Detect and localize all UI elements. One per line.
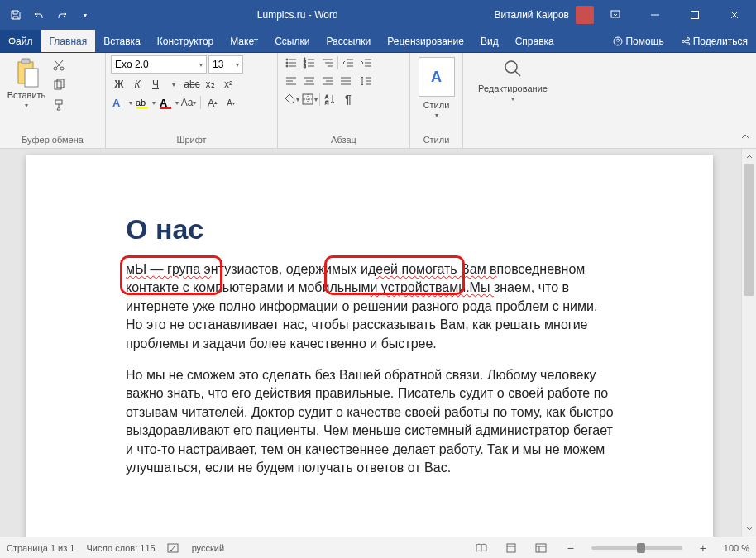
bullets-button[interactable] xyxy=(283,55,299,70)
numbering-button[interactable]: 123 xyxy=(301,55,318,70)
scroll-down-icon[interactable] xyxy=(742,522,756,537)
tab-references[interactable]: Ссылки xyxy=(266,30,318,52)
svg-point-3 xyxy=(682,40,684,42)
bold-button[interactable]: Ж xyxy=(111,77,127,92)
minimize-button[interactable] xyxy=(637,0,673,30)
tab-insert[interactable]: Вставка xyxy=(95,30,149,52)
page-indicator[interactable]: Страница 1 из 1 xyxy=(7,543,74,553)
subscript-button[interactable]: x₂ xyxy=(202,77,218,92)
collapse-ribbon-icon[interactable] xyxy=(738,130,753,145)
tab-view[interactable]: Вид xyxy=(472,30,507,52)
shrink-font-button[interactable]: A▾ xyxy=(222,95,239,110)
tell-me-button[interactable]: Помощь xyxy=(605,30,672,52)
svg-rect-25 xyxy=(507,544,515,552)
document-page[interactable]: О нас мЫ — група энтузиастов, одержимых … xyxy=(26,155,713,537)
maximize-button[interactable] xyxy=(677,0,713,30)
document-heading[interactable]: О нас xyxy=(126,213,614,246)
tab-help[interactable]: Справка xyxy=(507,30,562,52)
align-left-button[interactable] xyxy=(283,74,299,88)
zoom-in-button[interactable]: + xyxy=(694,541,712,556)
word-count[interactable]: Число слов: 115 xyxy=(86,543,155,553)
show-marks-button[interactable]: ¶ xyxy=(340,92,356,107)
shading-button[interactable]: ▾ xyxy=(283,92,299,107)
ribbon: Вставить ▾ Буфер обмена Exo 2.0▾ 13▾ Ж К… xyxy=(0,53,756,149)
align-right-button[interactable] xyxy=(319,74,336,88)
text-effects-button[interactable]: A▾ xyxy=(111,95,132,110)
svg-point-14 xyxy=(286,59,288,60)
paste-button[interactable]: Вставить ▾ xyxy=(5,55,48,109)
tab-review[interactable]: Рецензирование xyxy=(379,30,472,52)
tab-layout[interactable]: Макет xyxy=(222,30,266,52)
zoom-level[interactable]: 100 % xyxy=(724,543,749,553)
svg-rect-7 xyxy=(22,59,30,64)
user-name[interactable]: Виталий Каиров xyxy=(494,9,569,21)
sort-button[interactable]: AЯ xyxy=(322,92,338,107)
svg-rect-1 xyxy=(691,12,699,19)
group-label-clipboard: Буфер обмена xyxy=(5,133,100,148)
superscript-button[interactable]: x² xyxy=(220,77,237,92)
zoom-slider[interactable] xyxy=(591,546,682,550)
font-name-combo[interactable]: Exo 2.0▾ xyxy=(111,55,207,74)
multilevel-list-button[interactable] xyxy=(319,55,336,70)
svg-point-15 xyxy=(286,62,288,64)
print-layout-icon[interactable] xyxy=(502,541,520,556)
group-label-editing xyxy=(468,133,557,148)
group-label-paragraph: Абзац xyxy=(283,133,404,148)
vertical-scrollbar[interactable] xyxy=(741,149,756,537)
qat-dropdown-icon[interactable]: ▾ xyxy=(76,6,94,24)
svg-rect-0 xyxy=(611,11,620,17)
group-editing: Редактирование ▾ xyxy=(463,53,562,148)
tab-mailings[interactable]: Рассылки xyxy=(318,30,379,52)
svg-point-10 xyxy=(60,67,64,70)
font-color-button[interactable]: A▾ xyxy=(157,95,179,110)
increase-indent-button[interactable] xyxy=(358,55,375,70)
document-paragraph-1[interactable]: мЫ — група энтузиастов, одержимых идеей … xyxy=(126,260,614,353)
group-clipboard: Вставить ▾ Буфер обмена xyxy=(0,53,106,148)
strikethrough-button[interactable]: abc xyxy=(184,77,200,92)
read-mode-icon[interactable] xyxy=(472,541,490,556)
italic-button[interactable]: К xyxy=(129,77,146,92)
svg-text:Я: Я xyxy=(325,100,328,105)
tab-file[interactable]: Файл xyxy=(0,30,41,52)
window-title: Lumpics.ru - Word xyxy=(101,9,494,21)
underline-dropdown-icon[interactable]: ▾ xyxy=(165,77,182,92)
language-indicator[interactable]: русский xyxy=(192,543,224,553)
tab-design[interactable]: Конструктор xyxy=(149,30,222,52)
styles-button[interactable]: A Стили ▾ xyxy=(415,55,458,119)
format-painter-icon[interactable] xyxy=(50,97,68,113)
proofing-icon[interactable] xyxy=(167,542,180,554)
font-size-combo[interactable]: 13▾ xyxy=(208,55,243,74)
align-justify-button[interactable] xyxy=(337,74,354,88)
tab-home[interactable]: Главная xyxy=(41,30,96,52)
zoom-out-button[interactable]: − xyxy=(562,541,580,556)
document-area: О нас мЫ — група энтузиастов, одержимых … xyxy=(0,149,756,537)
align-center-button[interactable] xyxy=(301,74,318,88)
decrease-indent-button[interactable] xyxy=(340,55,356,70)
highlight-button[interactable]: ab▾ xyxy=(134,95,156,110)
copy-icon[interactable] xyxy=(50,77,68,93)
redo-icon[interactable] xyxy=(53,6,71,24)
editing-button[interactable]: Редактирование ▾ xyxy=(478,55,548,103)
grow-font-button[interactable]: A▴ xyxy=(204,95,221,110)
document-paragraph-2[interactable]: Но мы не сможем это сделать без Вашей об… xyxy=(126,366,614,477)
borders-button[interactable]: ▾ xyxy=(301,92,318,107)
web-layout-icon[interactable] xyxy=(532,541,550,556)
close-button[interactable] xyxy=(716,0,753,30)
user-avatar-icon[interactable] xyxy=(576,6,594,24)
change-case-button[interactable]: Aa▾ xyxy=(180,95,197,110)
line-spacing-button[interactable] xyxy=(358,74,375,88)
svg-rect-26 xyxy=(536,544,546,552)
cut-icon[interactable] xyxy=(50,57,68,74)
quick-access-toolbar: ▾ xyxy=(0,6,101,24)
svg-text:A: A xyxy=(325,94,328,99)
undo-icon[interactable] xyxy=(30,6,48,24)
ribbon-options-icon[interactable] xyxy=(597,0,634,30)
scroll-up-icon[interactable] xyxy=(742,149,756,164)
svg-point-5 xyxy=(687,42,689,45)
underline-button[interactable]: Ч xyxy=(147,77,164,92)
share-button[interactable]: Поделиться xyxy=(672,30,756,52)
group-paragraph: 123 ▾ ▾ AЯ ¶ Абзац xyxy=(278,53,410,148)
svg-point-9 xyxy=(54,67,57,70)
scroll-thumb[interactable] xyxy=(744,164,754,296)
save-icon[interactable] xyxy=(7,6,25,24)
